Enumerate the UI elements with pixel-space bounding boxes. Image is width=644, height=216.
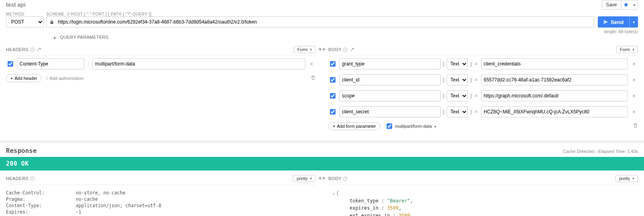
body-param-row: [Text] = × bbox=[328, 88, 638, 104]
plus-icon: + bbox=[10, 76, 13, 81]
resp-body-view-toggle[interactable]: pretty bbox=[615, 175, 638, 182]
body-param-name-input[interactable] bbox=[339, 90, 441, 101]
http-method-select[interactable]: POST bbox=[6, 16, 44, 28]
delete-header-icon[interactable]: × bbox=[308, 61, 316, 67]
sort-body-icon[interactable]: ↓ª bbox=[350, 47, 354, 52]
chevron-right-icon: ▶ bbox=[54, 36, 56, 40]
chevron-right-icon: ▶ bbox=[323, 47, 326, 51]
body-param-enable-checkbox[interactable] bbox=[330, 77, 336, 83]
header-value-input[interactable] bbox=[92, 58, 305, 69]
body-param-value-input[interactable] bbox=[481, 106, 628, 117]
help-icon[interactable]: ? bbox=[343, 176, 348, 181]
clear-body-icon[interactable] bbox=[633, 123, 638, 129]
send-button[interactable]: Send bbox=[598, 16, 629, 28]
save-button[interactable]: Save bbox=[602, 0, 621, 9]
body-param-row: [Text] = × bbox=[328, 72, 638, 88]
req-headers-title: HEADERS bbox=[6, 47, 29, 52]
method-label: METHOD bbox=[6, 12, 44, 16]
key-icon: 𖠕 bbox=[46, 76, 48, 81]
panel-splitter[interactable]: ◀ ▶ bbox=[316, 44, 328, 133]
api-title: test api bbox=[6, 2, 26, 8]
body-param-value-input[interactable] bbox=[481, 90, 628, 101]
chevron-left-icon: ◀ bbox=[318, 176, 321, 180]
lock-icon bbox=[49, 20, 54, 24]
body-param-type-select[interactable]: Text bbox=[447, 90, 468, 101]
delete-body-param-icon[interactable]: × bbox=[630, 109, 638, 115]
send-icon bbox=[603, 20, 608, 24]
delete-body-param-icon[interactable]: × bbox=[630, 93, 638, 99]
response-header-row: Content-Type:application/json; charset=u… bbox=[6, 202, 316, 209]
body-param-type-select[interactable]: Text bbox=[447, 74, 468, 85]
scheme-label: SCHEME :// HOST [ ":" PORT ] [ PATH [ "?… bbox=[46, 12, 594, 16]
status-bar: 200 OK bbox=[0, 157, 644, 170]
body-view-toggle[interactable]: Form bbox=[616, 46, 638, 53]
resp-headers-view-toggle[interactable]: pretty bbox=[293, 175, 316, 182]
body-param-type-select[interactable]: Text bbox=[447, 58, 468, 69]
save-button-group: Save ▾ bbox=[602, 0, 638, 10]
multipart-checkbox-label[interactable]: multipart/form-data bbox=[385, 122, 436, 130]
add-authorization-button[interactable]: 𖠕 Add authorization bbox=[46, 76, 84, 81]
plus-icon: + bbox=[333, 124, 335, 129]
header-name-input[interactable] bbox=[17, 58, 84, 69]
body-param-type-select[interactable]: Text bbox=[447, 106, 468, 117]
sort-headers-icon[interactable]: ↓ª bbox=[37, 47, 41, 52]
body-param-enable-checkbox[interactable] bbox=[330, 61, 336, 67]
body-param-enable-checkbox[interactable] bbox=[330, 93, 336, 99]
response-title: Response bbox=[6, 147, 37, 155]
multipart-checkbox[interactable] bbox=[387, 123, 392, 129]
body-param-name-input[interactable] bbox=[339, 106, 441, 117]
query-params-toggle[interactable]: ▶ QUERY PARAMETERS bbox=[6, 35, 638, 44]
unsaved-dot-icon bbox=[624, 3, 628, 6]
delete-body-param-icon[interactable]: × bbox=[630, 61, 638, 67]
help-icon[interactable]: ? bbox=[30, 176, 35, 181]
chevron-right-icon: ▶ bbox=[323, 176, 326, 180]
response-header-row: Expires:-1 bbox=[6, 209, 316, 215]
resp-headers-title: HEADERS bbox=[6, 176, 29, 181]
add-header-button[interactable]: + Add header bbox=[6, 74, 41, 82]
help-icon[interactable]: ? bbox=[343, 48, 348, 52]
response-meta: Cache Detected - Elapsed Time: 1.43s bbox=[563, 149, 638, 154]
response-body-json: ▾{ token_type : "Bearer", expires_in : 3… bbox=[328, 185, 638, 216]
save-dropdown[interactable]: ▾ bbox=[631, 3, 638, 7]
header-row: : × bbox=[6, 56, 316, 72]
clear-headers-icon[interactable] bbox=[310, 75, 316, 81]
req-body-title: BODY bbox=[328, 47, 342, 52]
help-icon[interactable]: ? bbox=[30, 48, 35, 52]
chevron-left-icon: ◀ bbox=[318, 47, 321, 51]
header-enable-checkbox[interactable] bbox=[8, 61, 13, 67]
url-length-label: length: 88 byte(s) bbox=[6, 28, 638, 35]
response-header-row: Cache-Control:no-store, no-cache bbox=[6, 190, 316, 196]
body-param-row: [Text] = × bbox=[328, 104, 638, 120]
body-param-row: [Text] = × bbox=[328, 56, 638, 72]
body-param-value-input[interactable] bbox=[481, 58, 628, 69]
headers-view-toggle[interactable]: Form bbox=[294, 46, 316, 53]
send-dropdown[interactable]: ▾ bbox=[629, 16, 638, 28]
url-input[interactable] bbox=[46, 16, 594, 28]
response-header-row: Pragma:no-cache bbox=[6, 196, 316, 202]
body-param-name-input[interactable] bbox=[339, 58, 441, 69]
add-form-param-button[interactable]: + Add form parameter bbox=[328, 122, 380, 130]
body-param-enable-checkbox[interactable] bbox=[330, 109, 336, 115]
delete-body-param-icon[interactable]: × bbox=[630, 77, 638, 83]
body-param-value-input[interactable] bbox=[481, 74, 628, 85]
body-param-name-input[interactable] bbox=[339, 74, 441, 85]
resp-body-title: BODY bbox=[328, 176, 342, 181]
panel-splitter[interactable]: ◀ ▶ bbox=[316, 172, 328, 216]
